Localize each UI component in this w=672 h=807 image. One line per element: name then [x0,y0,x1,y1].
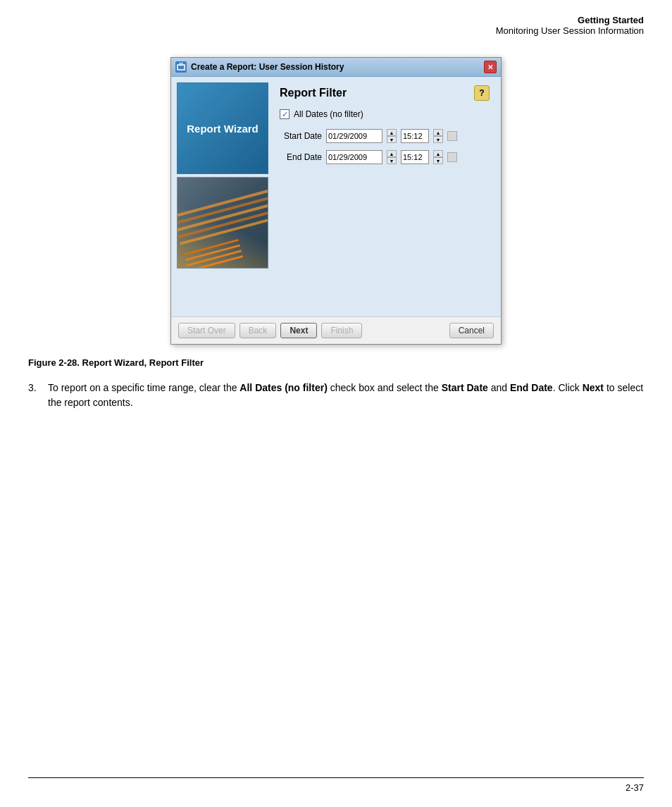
dialog-body: Report Wizard Report Filter ? ✓ All Date… [171,77,501,316]
start-date-up[interactable]: ▲ [387,129,397,136]
help-button[interactable]: ? [474,85,490,101]
step-text: To report on a specific time range, clea… [48,381,644,410]
figure-caption-text: Figure 2-28. Report Wizard, Report Filte… [28,357,204,368]
page-number: 2-37 [28,782,644,793]
finish-button[interactable]: Finish [321,323,362,338]
end-date-spinner[interactable]: ▲ ▼ [387,150,397,164]
close-button[interactable]: ✕ [484,61,497,73]
wizard-image [177,177,268,269]
filter-title: Report Filter [280,87,347,99]
page-header: Getting Started Monitoring User Session … [0,0,672,43]
dialog-titlebar: Create a Report: User Session History ✕ [171,58,501,77]
end-date-input[interactable]: 01/29/2009 [326,150,382,164]
end-date-down[interactable]: ▼ [387,157,397,164]
dialog-window: Create a Report: User Session History ✕ … [170,57,502,345]
start-date-label: Start Date [280,131,322,141]
step-text-after1: check box and select the [328,382,442,393]
dialog-container: Create a Report: User Session History ✕ … [0,57,672,345]
next-button[interactable]: Next [280,323,317,338]
end-date-label: End Date [280,152,322,162]
start-over-button[interactable]: Start Over [178,323,235,338]
all-dates-label: All Dates (no filter) [294,109,363,119]
svg-point-1 [180,63,182,66]
cancel-button[interactable]: Cancel [449,323,494,338]
end-date-up[interactable]: ▲ [387,150,397,157]
filter-title-row: Report Filter ? [280,85,490,101]
wizard-blue-box: Report Wizard [177,82,268,174]
dialog-title-text: Create a Report: User Session History [191,62,344,72]
header-title: Getting Started [578,15,644,25]
step-bold2: Start Date [442,382,488,393]
start-date-down[interactable]: ▼ [387,136,397,143]
footer-line [28,777,644,778]
start-date-disabled-check [447,131,457,141]
step-text-before-next: . Click [553,382,583,393]
wizard-panel: Report Wizard [177,82,268,311]
page-footer: 2-37 [28,777,644,793]
end-time-spinner[interactable]: ▲ ▼ [433,150,443,164]
step-bold3: End Date [510,382,553,393]
back-button[interactable]: Back [239,323,277,338]
start-time-down[interactable]: ▼ [433,136,443,143]
step-bold4: Next [583,382,604,393]
end-date-row: End Date 01/29/2009 ▲ ▼ 15:12 ▲ ▼ [280,150,490,164]
step-number: 3. [28,381,42,410]
dialog-title-icon [175,61,187,73]
start-time-up[interactable]: ▲ [433,129,443,136]
all-dates-checkbox[interactable]: ✓ [280,109,290,119]
end-time-input[interactable]: 15:12 [401,150,429,164]
step-text-before1: To report on a specific time range, clea… [48,382,239,393]
end-time-down[interactable]: ▼ [433,157,443,164]
image-decoration [177,183,268,218]
start-date-input[interactable]: 01/29/2009 [326,129,382,143]
header-subtitle: Monitoring User Session Information [28,25,644,36]
dialog-title-left: Create a Report: User Session History [175,61,344,73]
all-dates-checkbox-row: ✓ All Dates (no filter) [280,109,490,119]
dialog-footer: Start Over Back Next Finish Cancel [171,316,501,344]
start-time-spinner[interactable]: ▲ ▼ [433,129,443,143]
wizard-label: Report Wizard [187,123,259,135]
step-text-mid: and [488,382,510,393]
start-date-row: Start Date 01/29/2009 ▲ ▼ 15:12 ▲ ▼ [280,129,490,143]
start-date-spinner[interactable]: ▲ ▼ [387,129,397,143]
step-bold1: All Dates (no filter) [239,382,327,393]
end-time-up[interactable]: ▲ [433,150,443,157]
start-time-input[interactable]: 15:12 [401,129,429,143]
figure-caption: Figure 2-28. Report Wizard, Report Filte… [0,352,672,374]
step-3: 3. To report on a specific time range, c… [28,381,644,410]
filter-panel: Report Filter ? ✓ All Dates (no filter) … [274,82,495,311]
content-area: 3. To report on a specific time range, c… [0,374,672,424]
footer-left-buttons: Start Over Back Next Finish [178,323,362,338]
end-date-disabled-check [447,152,457,162]
